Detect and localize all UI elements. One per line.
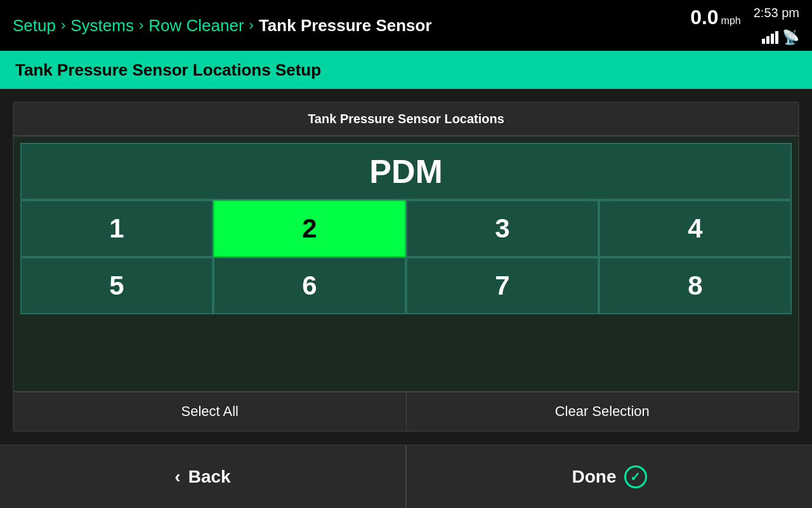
page-title-bar: Tank Pressure Sensor Locations Setup (0, 51, 812, 89)
breadcrumb-row-cleaner[interactable]: Row Cleaner (148, 16, 244, 36)
done-label: Done (572, 467, 617, 487)
sensor-btn-2[interactable]: 2 (213, 200, 406, 257)
page-title: Tank Pressure Sensor Locations Setup (15, 60, 321, 80)
status-icons: 📡 (762, 29, 799, 46)
breadcrumb-systems[interactable]: Systems (70, 16, 134, 36)
pdm-label: PDM (369, 152, 443, 190)
time-display: 2:53 pm (754, 6, 799, 20)
footer: ‹ Back Done ✓ (0, 444, 812, 508)
sensor-btn-6[interactable]: 6 (213, 257, 406, 314)
bottom-actions: Select All Clear Selection (14, 391, 798, 431)
speed-value: 0.0 (690, 6, 718, 29)
sensor-row-2: 5 6 7 8 (20, 257, 792, 314)
done-check-icon: ✓ (624, 465, 647, 488)
sensor-panel: Tank Pressure Sensor Locations PDM 1 2 3… (13, 102, 799, 432)
breadcrumb-sep-3: › (249, 17, 254, 34)
panel-header: Tank Pressure Sensor Locations (14, 103, 798, 137)
pdm-header: PDM (20, 143, 792, 200)
breadcrumb-sep-2: › (139, 17, 143, 34)
breadcrumb: Setup › Systems › Row Cleaner › Tank Pre… (13, 16, 432, 36)
header: Setup › Systems › Row Cleaner › Tank Pre… (0, 0, 812, 51)
back-button[interactable]: ‹ Back (0, 446, 407, 508)
select-all-button[interactable]: Select All (14, 392, 407, 431)
header-status: 0.0 mph 2:53 pm 📡 (690, 6, 799, 46)
done-button[interactable]: Done ✓ (407, 446, 812, 508)
breadcrumb-sep-1: › (61, 17, 65, 34)
back-label: Back (188, 467, 231, 487)
connectivity-icon: 📡 (782, 29, 799, 46)
clear-selection-button[interactable]: Clear Selection (407, 392, 799, 431)
main-content: Tank Pressure Sensor Locations PDM 1 2 3… (0, 89, 812, 444)
breadcrumb-current: Tank Pressure Sensor (259, 16, 432, 36)
sensor-btn-3[interactable]: 3 (406, 200, 599, 257)
sensor-btn-4[interactable]: 4 (599, 200, 792, 257)
sensor-row-1: 1 2 3 4 (20, 200, 792, 257)
panel-body: PDM 1 2 3 4 5 6 7 8 (14, 137, 798, 391)
speed-unit: mph (721, 15, 741, 27)
back-icon: ‹ (174, 467, 180, 487)
sensor-btn-5[interactable]: 5 (20, 257, 213, 314)
sensor-btn-8[interactable]: 8 (599, 257, 792, 314)
speed-block: 0.0 mph (690, 6, 741, 29)
sensor-btn-1[interactable]: 1 (20, 200, 213, 257)
breadcrumb-setup[interactable]: Setup (13, 16, 56, 36)
sensor-btn-7[interactable]: 7 (406, 257, 599, 314)
signal-bars-icon (762, 31, 778, 44)
